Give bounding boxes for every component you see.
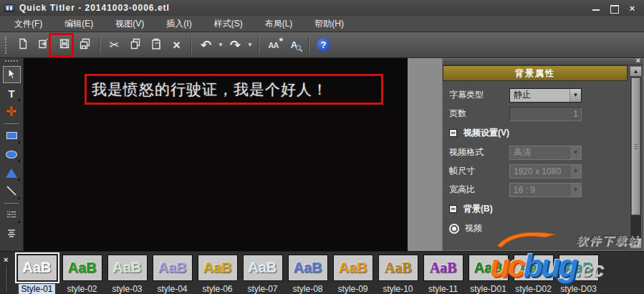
style-thumbnail[interactable]: AaB — [333, 255, 373, 281]
background-video-option[interactable]: 视频 — [449, 222, 622, 234]
undo-dropdown[interactable]: ▼ — [216, 35, 225, 55]
redo-button[interactable]: ↷ — [225, 35, 246, 55]
radio-selected-icon[interactable] — [449, 224, 459, 234]
style-item-style-02[interactable]: AaBstyle-02 — [59, 255, 105, 294]
style-thumbnail[interactable]: AaB — [514, 255, 554, 281]
page-count-label: 页数 — [449, 108, 509, 120]
collapse-icon[interactable]: − — [449, 205, 457, 213]
save-as-button[interactable] — [75, 35, 95, 55]
style-thumbnail[interactable]: AaB — [288, 255, 328, 281]
style-preview-text: AaB — [22, 260, 51, 276]
paste-button[interactable] — [145, 35, 166, 55]
toolstrip-gripper[interactable] — [5, 60, 18, 63]
save-highlight-annotation — [49, 33, 74, 57]
line-icon — [6, 185, 17, 199]
text-tool[interactable]: T — [3, 85, 21, 102]
select-tool[interactable] — [3, 66, 21, 83]
style-item-Style-01[interactable]: AaBStyle-01 — [14, 255, 59, 294]
style-label: style-03 — [110, 284, 144, 294]
scroll-up-icon[interactable]: ▲ — [630, 67, 641, 77]
subtitle-type-dropdown[interactable]: 静止 ▼ — [509, 88, 582, 103]
layout-tool[interactable] — [3, 225, 21, 242]
style-item-style-07[interactable]: AaBstyle-07 — [240, 255, 285, 294]
stylebar-gripper[interactable] — [6, 266, 8, 291]
style-item-style-04[interactable]: AaBstyle-04 — [150, 255, 195, 294]
style-preview-text: AaB — [112, 260, 141, 276]
title-canvas[interactable]: 我是愤怒的行驶证，我是个好人！ — [24, 58, 408, 251]
page-count-value: 1 — [573, 109, 578, 119]
redo-dropdown[interactable]: ▼ — [246, 35, 254, 55]
delete-button[interactable]: × — [166, 35, 187, 55]
properties-tool[interactable] — [3, 207, 21, 224]
style-item-style-03[interactable]: AaBstyle-03 — [105, 255, 150, 294]
style-thumbnail[interactable]: AaB — [468, 255, 509, 281]
style-item-style-D01[interactable]: AaBstyle-D01 — [466, 255, 511, 294]
panel-dock-bar[interactable]: × — [443, 59, 643, 65]
style-thumbnail[interactable]: AaB — [107, 255, 148, 281]
frame-size-value: 1920 x 1080 — [514, 166, 561, 176]
triangle-tool[interactable] — [3, 164, 21, 181]
line-tool[interactable] — [3, 183, 21, 200]
style-label: style-06 — [200, 284, 234, 294]
menu-item-insert[interactable]: 插入(I) — [159, 16, 198, 32]
transform-tool[interactable] — [3, 103, 21, 120]
undo-button[interactable]: ↶ — [196, 35, 216, 55]
panel-close-icon[interactable]: × — [636, 57, 640, 65]
maximize-button[interactable] — [610, 4, 619, 12]
panel-scrollbar[interactable]: ▲ ▼ — [630, 66, 642, 249]
toolbar-separator — [191, 37, 192, 54]
style-thumbnail[interactable]: AaB — [17, 255, 57, 281]
style-thumbnail[interactable]: AaB — [153, 255, 193, 281]
help-button[interactable]: ? — [313, 35, 334, 55]
scroll-down-icon[interactable]: ▼ — [630, 238, 641, 248]
style-item-style-D02[interactable]: AaBstyle-D02 — [511, 255, 556, 294]
app-icon — [4, 4, 14, 12]
menu-item-help[interactable]: 帮助(H) — [307, 16, 351, 32]
font-find-button[interactable]: A — [284, 35, 304, 55]
background-section: − 背景(B) — [449, 202, 622, 216]
style-preview-text: AaB — [158, 260, 186, 276]
cut-button[interactable]: ✂ — [104, 35, 125, 55]
style-library-button[interactable]: AA★ — [263, 35, 284, 55]
style-item-style-11[interactable]: AaBstyle-11 — [420, 255, 466, 294]
menu-item-file[interactable]: 文件(F) — [7, 16, 49, 32]
style-bar: × AaBStyle-01AaBstyle-02AaBstyle-03AaBst… — [0, 251, 644, 294]
style-thumbnail[interactable]: AaB — [423, 255, 463, 281]
style-thumbnail[interactable]: AaB — [243, 255, 283, 281]
ellipse-tool[interactable] — [3, 146, 21, 163]
menu-item-layout[interactable]: 布局(L) — [258, 16, 300, 32]
subtitle-text[interactable]: 我是愤怒的行驶证，我是个好人！ — [92, 80, 328, 100]
close-button[interactable]: × — [628, 4, 637, 12]
menu-item-edit[interactable]: 编辑(E) — [57, 16, 100, 32]
style-item-style-10[interactable]: AaBstyle-10 — [375, 255, 420, 294]
font-find-icon: A — [291, 39, 297, 50]
style-item-style-08[interactable]: AaBstyle-08 — [285, 255, 330, 294]
collapse-icon[interactable]: − — [449, 129, 457, 137]
new-document-icon — [17, 38, 29, 52]
scrollbar-thumb[interactable] — [631, 77, 640, 215]
chevron-down-icon[interactable]: ▼ — [569, 89, 581, 102]
style-thumbnail[interactable]: AaB — [559, 255, 599, 281]
style-item-style-06[interactable]: AaBstyle-06 — [195, 255, 240, 294]
style-thumbnail[interactable]: AaB — [198, 255, 238, 281]
style-thumbnail[interactable]: AaB — [378, 255, 418, 281]
style-label: style-02 — [64, 284, 99, 294]
style-preview-text: AaB — [385, 260, 412, 276]
style-item-style-D03[interactable]: AaBstyle-D03 — [556, 255, 601, 294]
style-item-style-09[interactable]: AaBstyle-09 — [330, 255, 375, 294]
quick-titler-window: Quick Titler - 20141003-0006.etl × 文件(F)… — [0, 0, 644, 294]
minimize-button[interactable] — [592, 4, 601, 12]
menu-item-style[interactable]: 样式(S) — [207, 16, 250, 32]
style-label: style-04 — [155, 284, 189, 294]
video-format-value: 高清 — [514, 146, 531, 158]
new-document-button[interactable] — [12, 35, 33, 55]
background-video-label: 视频 — [465, 222, 482, 234]
style-preview-text: AaB — [430, 260, 457, 276]
rectangle-tool[interactable] — [3, 127, 21, 144]
stylebar-close-icon[interactable]: × — [4, 256, 8, 264]
copy-button[interactable] — [125, 35, 145, 55]
style-thumbnail[interactable]: AaB — [62, 255, 102, 281]
toolbar-gripper[interactable] — [5, 37, 8, 54]
aspect-ratio-dropdown: 16 : 9 ▼ — [509, 183, 582, 197]
menu-item-view[interactable]: 视图(V) — [108, 16, 151, 32]
